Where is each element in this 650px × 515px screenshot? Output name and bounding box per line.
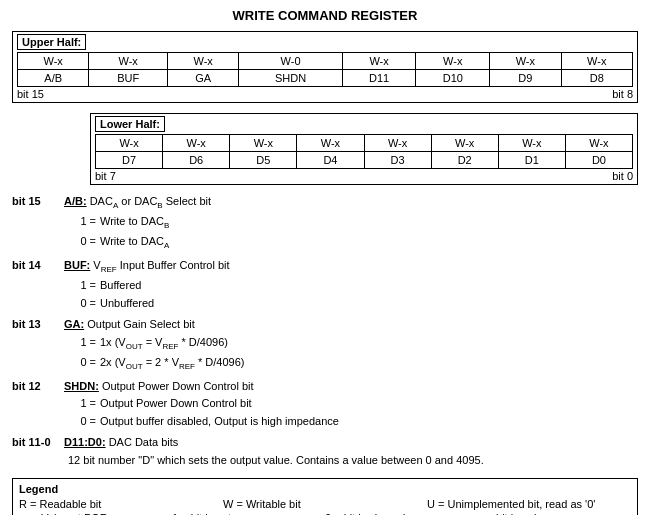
upper-half-label: Upper Half: (17, 34, 86, 50)
legend-title: Legend (19, 483, 631, 495)
description-section: bit 15 A/B: DACA or DACB Select bit 1 =W… (12, 193, 638, 470)
legend-row-1: R = Readable bit W = Writable bit U = Un… (19, 498, 631, 510)
lower-bit-range: bit 7 bit 0 (95, 170, 633, 182)
legend-section: Legend R = Readable bit W = Writable bit… (12, 478, 638, 515)
desc-bit14: bit 14 BUF: VREF Input Buffer Control bi… (12, 257, 638, 312)
legend-row-2: -n = Value at POR 1 = bit is set 0 = bit… (19, 512, 631, 515)
lower-wx-row: W-x W-x W-x W-x W-x W-x W-x W-x (96, 135, 633, 152)
upper-bit-range: bit 15 bit 8 (17, 88, 633, 100)
upper-half-table: W-x W-x W-x W-0 W-x W-x W-x W-x A/B BUF … (17, 52, 633, 87)
lower-name-row: D7 D6 D5 D4 D3 D2 D1 D0 (96, 152, 633, 169)
lower-half-section: Lower Half: W-x W-x W-x W-x W-x W-x W-x … (90, 113, 638, 185)
lower-half-table: W-x W-x W-x W-x W-x W-x W-x W-x D7 D6 D5… (95, 134, 633, 169)
desc-bit12: bit 12 SHDN: Output Power Down Control b… (12, 378, 638, 431)
upper-half-section: Upper Half: W-x W-x W-x W-0 W-x W-x W-x … (12, 31, 638, 103)
lower-half-label: Lower Half: (95, 116, 165, 132)
upper-name-row: A/B BUF GA SHDN D11 D10 D9 D8 (18, 70, 633, 87)
desc-bit15: bit 15 A/B: DACA or DACB Select bit 1 =W… (12, 193, 638, 253)
desc-bit13: bit 13 GA: Output Gain Select bit 1 =1x … (12, 316, 638, 374)
upper-wx-row: W-x W-x W-x W-0 W-x W-x W-x W-x (18, 53, 633, 70)
page-title: WRITE COMMAND REGISTER (12, 8, 638, 23)
desc-bit11-0: bit 11-0 D11:D0: DAC Data bits 12 bit nu… (12, 434, 638, 469)
